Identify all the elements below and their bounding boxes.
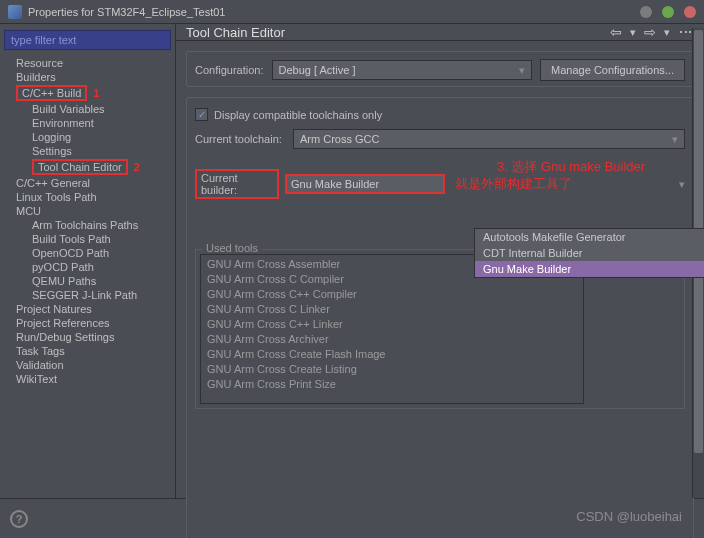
help-icon[interactable]: ? — [10, 510, 28, 528]
tree-settings[interactable]: Settings — [0, 144, 175, 158]
tree-project-natures[interactable]: Project Natures — [0, 302, 175, 316]
manage-configs-button[interactable]: Manage Configurations... — [540, 59, 685, 81]
used-tools-legend: Used tools — [202, 242, 262, 254]
config-dropdown[interactable]: Debug [ Active ]▾ — [272, 60, 533, 80]
tree-tasktags[interactable]: Task Tags — [0, 344, 175, 358]
config-label: Configuration: — [195, 64, 264, 76]
back-arrow-icon[interactable]: ⇦ — [610, 24, 622, 40]
current-toolchain-dropdown[interactable]: Arm Cross GCC▾ — [293, 129, 685, 149]
tool-item[interactable]: GNU Arm Cross C Linker — [203, 302, 581, 317]
toolchain-group: ✓ Display compatible toolchains only Cur… — [186, 97, 694, 538]
title-bar: Properties for STM32F4_Eclipse_Test01 — [0, 0, 704, 24]
tree-ccgeneral[interactable]: C/C++ General — [0, 176, 175, 190]
tree-resource[interactable]: Resource — [0, 56, 175, 70]
tool-item[interactable]: GNU Arm Cross C++ Linker — [203, 317, 581, 332]
tree-openocd[interactable]: OpenOCD Path — [0, 246, 175, 260]
tree-ccbuild[interactable]: C/C++ Build1 — [0, 84, 175, 102]
tree-wikitext[interactable]: WikiText — [0, 372, 175, 386]
tree-project-references[interactable]: Project References — [0, 316, 175, 330]
tree-segger[interactable]: SEGGER J-Link Path — [0, 288, 175, 302]
builder-dropdown-list: Autotools Makefile Generator CDT Interna… — [474, 228, 704, 278]
window-title: Properties for STM32F4_Eclipse_Test01 — [28, 6, 640, 18]
builder-option[interactable]: CDT Internal Builder — [475, 245, 704, 261]
forward-arrow-icon[interactable]: ⇨ — [644, 24, 656, 40]
tree-validation[interactable]: Validation — [0, 358, 175, 372]
current-builder-dropdown[interactable]: Gnu Make Builder — [285, 174, 445, 194]
tree-arm-toolchains[interactable]: Arm Toolchains Paths — [0, 218, 175, 232]
main-panel: Tool Chain Editor ⇦ ▾ ⇨ ▾ ⋮ Configuratio… — [176, 24, 704, 498]
tree-linux-tools[interactable]: Linux Tools Path — [0, 190, 175, 204]
chevron-down-icon: ▾ — [679, 178, 685, 191]
app-icon — [8, 5, 22, 19]
page-title: Tool Chain Editor — [186, 25, 610, 40]
tool-item[interactable]: GNU Arm Cross Create Flash Image — [203, 347, 581, 362]
chevron-down-icon: ▾ — [672, 133, 678, 146]
tree-logging[interactable]: Logging — [0, 130, 175, 144]
chevron-down-icon: ▾ — [519, 64, 525, 77]
compat-label: Display compatible toolchains only — [214, 109, 382, 121]
tool-item[interactable]: GNU Arm Cross Print Size — [203, 377, 581, 392]
tree-mcu[interactable]: MCU — [0, 204, 175, 218]
window-buttons — [640, 6, 696, 18]
builder-option-selected[interactable]: Gnu Make Builder — [475, 261, 704, 277]
tree-builders[interactable]: Builders — [0, 70, 175, 84]
tool-item[interactable]: GNU Arm Cross C++ Compiler — [203, 287, 581, 302]
maximize-icon[interactable] — [662, 6, 674, 18]
category-tree: Resource Builders C/C++ Build1 Build Var… — [0, 56, 175, 386]
tool-item[interactable]: GNU Arm Cross Create Listing — [203, 362, 581, 377]
tree-environment[interactable]: Environment — [0, 116, 175, 130]
close-icon[interactable] — [684, 6, 696, 18]
tree-rundebug[interactable]: Run/Debug Settings — [0, 330, 175, 344]
sidebar: type filter text Resource Builders C/C++… — [0, 24, 176, 498]
tree-build-tools[interactable]: Build Tools Path — [0, 232, 175, 246]
tree-qemu[interactable]: QEMU Paths — [0, 274, 175, 288]
watermark: CSDN @luobeihai — [576, 509, 682, 524]
tree-pyocd[interactable]: pyOCD Path — [0, 260, 175, 274]
annotation-3: 3. 选择 Gnu make Builder — [497, 158, 645, 176]
current-toolchain-label: Current toolchain: — [195, 133, 287, 145]
config-group: Configuration: Debug [ Active ]▾ Manage … — [186, 51, 694, 87]
filter-input[interactable]: type filter text — [4, 30, 171, 50]
tool-item[interactable]: GNU Arm Cross Archiver — [203, 332, 581, 347]
current-builder-label: Current builder: — [195, 169, 279, 199]
annotation-4: 就是外部构建工具了 — [455, 175, 572, 193]
annotation-2: 2 — [134, 161, 140, 173]
tree-toolchain-editor[interactable]: Tool Chain Editor2 — [0, 158, 175, 176]
tree-build-variables[interactable]: Build Variables — [0, 102, 175, 116]
builder-option[interactable]: Autotools Makefile Generator — [475, 229, 704, 245]
compat-checkbox[interactable]: ✓ — [195, 108, 208, 121]
annotation-1: 1 — [93, 87, 99, 99]
minimize-icon[interactable] — [640, 6, 652, 18]
